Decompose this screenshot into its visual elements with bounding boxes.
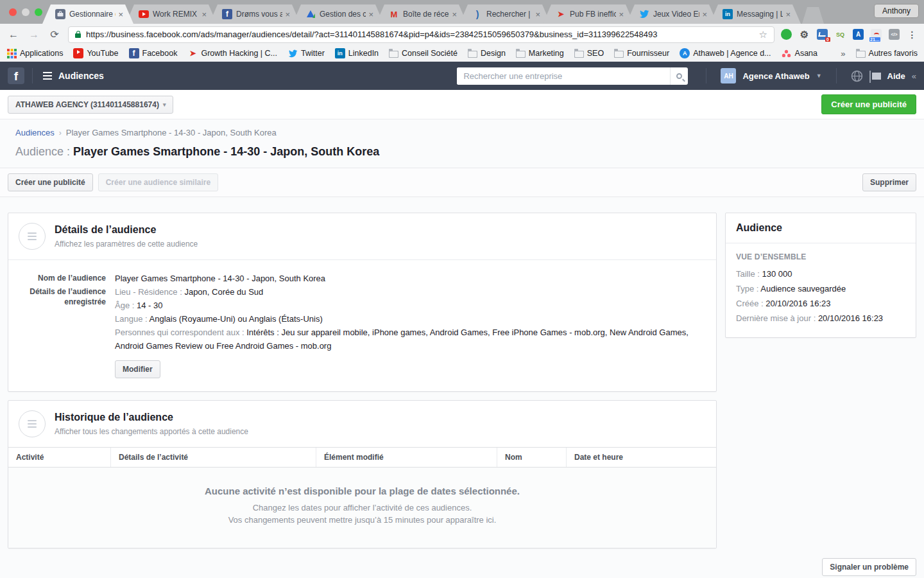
- chrome-profile-button[interactable]: Anthony: [874, 4, 919, 18]
- browser-tab-youtube[interactable]: Work REMIX (E ×: [126, 4, 217, 24]
- browser-menu-icon[interactable]: ⋮: [907, 29, 918, 40]
- window-close-button[interactable]: [9, 8, 17, 16]
- bookmark-twitter[interactable]: Twitter: [287, 48, 325, 58]
- bookmark-applications[interactable]: Applications: [6, 48, 63, 58]
- chevron-down-icon[interactable]: ▼: [816, 73, 822, 79]
- bookmark-folder-design[interactable]: Design: [468, 49, 506, 58]
- bookmark-folder-marketing[interactable]: Marketing: [516, 49, 564, 58]
- business-avatar[interactable]: AH: [721, 68, 736, 83]
- stat-key: Type :: [736, 284, 760, 293]
- back-button[interactable]: ←: [6, 29, 21, 40]
- bookmark-star-icon[interactable]: ☆: [759, 29, 767, 40]
- bookmark-folder-fournisseur[interactable]: Fournisseur: [614, 49, 669, 58]
- bookmark-youtube[interactable]: YouTube: [73, 48, 118, 58]
- browser-tab-google-ads[interactable]: Gestion des ca ×: [293, 4, 384, 24]
- audience-history-card: Historique de l’audience Afficher tous l…: [8, 400, 717, 548]
- browser-tab-linkedin[interactable]: in Messaging | Lin ×: [710, 4, 801, 24]
- help-link[interactable]: Aide: [887, 71, 905, 81]
- window-zoom-button[interactable]: [35, 8, 42, 16]
- bookmark-facebook[interactable]: f Facebook: [129, 48, 178, 58]
- summary-card-title: Audience: [736, 222, 905, 234]
- browser-tab-search[interactable]: ) Rechercher | Li ×: [459, 4, 551, 24]
- business-name[interactable]: Agence Athaweb: [742, 71, 809, 81]
- globe-icon[interactable]: [851, 70, 863, 82]
- hamburger-menu-icon[interactable]: [43, 75, 52, 76]
- divider: [706, 68, 706, 83]
- folder-icon: [516, 51, 526, 58]
- edit-button[interactable]: Modifier: [115, 360, 160, 378]
- extension-stats-icon[interactable]: 21…: [871, 29, 882, 40]
- briefcase-icon: [55, 9, 65, 19]
- detail-row-language: Langue : Anglais (Royaume-Uni) ou Anglai…: [115, 312, 706, 326]
- url-text: https://business.facebook.com/ads/manage…: [86, 30, 754, 39]
- bookmark-linkedin[interactable]: in LinkedIn: [335, 48, 379, 58]
- close-icon[interactable]: ×: [452, 10, 457, 19]
- bookmarks-overflow-icon[interactable]: »: [841, 49, 845, 58]
- search-input[interactable]: [457, 67, 670, 85]
- stat-key: Dernière mise à jour :: [736, 313, 818, 323]
- flag-icon[interactable]: [872, 73, 881, 80]
- column-header-activity-details: Détails de l’activité: [111, 448, 316, 467]
- bookmark-athaweb[interactable]: A Athaweb | Agence d...: [680, 48, 771, 58]
- google-ads-icon: [305, 9, 316, 19]
- breadcrumb-audiences-link[interactable]: Audiences: [15, 128, 55, 137]
- page-title: Audience : Player Games Smartphone - 14-…: [15, 145, 909, 159]
- extension-badge: 0: [825, 37, 830, 42]
- extension-chart-icon[interactable]: 0: [817, 29, 828, 40]
- browser-tab-business-manager[interactable]: Gestionnaire de ×: [42, 4, 133, 24]
- business-search[interactable]: [457, 67, 688, 85]
- seoquake-icon[interactable]: SQ: [835, 29, 846, 40]
- detail-key: Âge :: [115, 301, 137, 310]
- bookmark-other-favorites[interactable]: Autres favoris: [856, 49, 918, 58]
- bookmark-folder-seo[interactable]: SEO: [574, 49, 604, 58]
- create-ad-button[interactable]: Créer une publicité: [821, 94, 916, 114]
- bookmark-label: Twitter: [301, 49, 325, 58]
- close-icon[interactable]: ×: [118, 10, 123, 19]
- facebook-logo[interactable]: f: [8, 67, 24, 84]
- account-selector[interactable]: ATHAWEB AGENCY (311401145881674) ▾: [8, 96, 173, 114]
- extension-code-icon[interactable]: </>: [889, 29, 900, 40]
- close-icon[interactable]: ×: [201, 10, 207, 19]
- gear-icon[interactable]: ⚙: [799, 29, 810, 40]
- breadcrumb-current: Player Games Smartphone - 14-30 - Japon,…: [66, 128, 277, 137]
- delete-button[interactable]: Supprimer: [862, 173, 916, 191]
- close-icon[interactable]: ×: [285, 10, 290, 19]
- browser-tab-gmail[interactable]: M Boîte de récept ×: [376, 4, 467, 24]
- bookmark-growth-hacking[interactable]: ➤ Growth Hacking | C...: [187, 48, 277, 58]
- report-problem-button[interactable]: Signaler un problème: [822, 558, 916, 576]
- folder-icon: [389, 51, 398, 58]
- detail-key: Langue :: [115, 314, 150, 324]
- detail-value: Japon, Corée du Sud: [184, 287, 263, 297]
- search-icon[interactable]: [670, 67, 688, 85]
- close-icon[interactable]: ×: [535, 10, 540, 19]
- close-icon[interactable]: ×: [785, 10, 791, 19]
- browser-tab-facebook[interactable]: f Drøms vous a e ×: [209, 4, 300, 24]
- curved-bracket-icon: ): [472, 9, 483, 19]
- extension-green-icon[interactable]: [781, 29, 792, 40]
- bookmark-label: Marketing: [529, 49, 564, 58]
- reload-button[interactable]: ⟳: [47, 28, 62, 40]
- browser-tab-pub-fb[interactable]: ➤ Pub FB ineffica ×: [543, 4, 634, 24]
- divider: [32, 68, 33, 83]
- forward-button[interactable]: →: [27, 29, 41, 40]
- close-icon[interactable]: ×: [368, 10, 373, 19]
- omnibox[interactable]: https://business.facebook.com/ads/manage…: [68, 26, 774, 43]
- folder-icon: [574, 51, 584, 58]
- bookmark-folder-conseil[interactable]: Conseil Société: [389, 49, 458, 58]
- close-icon[interactable]: ×: [619, 10, 624, 19]
- create-ad-toolbar-button[interactable]: Créer une publicité: [8, 173, 93, 191]
- folder-icon: [856, 51, 866, 58]
- detail-row-location: Lieu - Résidence : Japon, Corée du Sud: [115, 285, 706, 299]
- bookmark-asana[interactable]: Asana: [782, 48, 817, 58]
- close-icon[interactable]: ×: [702, 10, 707, 19]
- new-tab-button[interactable]: [802, 7, 824, 24]
- collapse-icon[interactable]: «: [912, 71, 916, 81]
- extension-a-icon[interactable]: A: [853, 29, 864, 40]
- tab-title: Pub FB ineffica: [570, 10, 616, 19]
- window-minimize-button[interactable]: [22, 8, 30, 16]
- tab-title: Boîte de récept: [403, 10, 449, 19]
- red-arrow-icon: ➤: [556, 9, 566, 19]
- stat-size: Taille : 130 000: [736, 267, 905, 281]
- browser-tab-twitter[interactable]: Jeux Video Em ×: [626, 4, 717, 24]
- nav-menu-label[interactable]: Audiences: [58, 71, 104, 81]
